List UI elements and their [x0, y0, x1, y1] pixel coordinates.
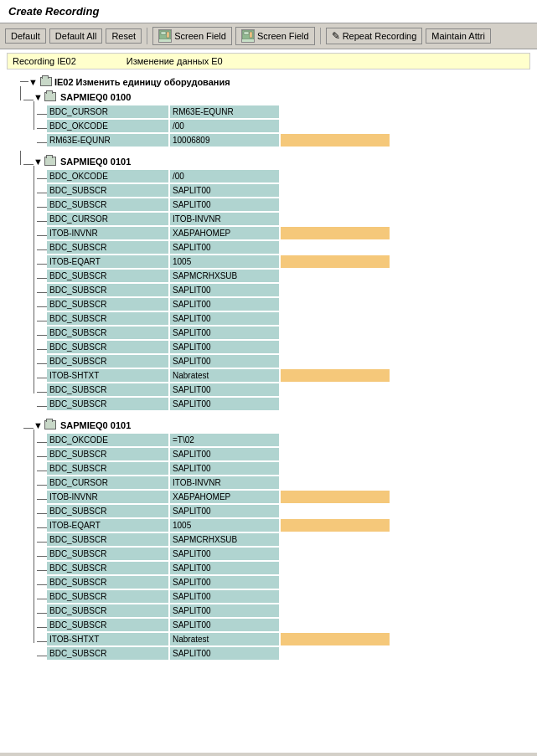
field-row: BDC_SUBSCR SAPLIT00 [34, 547, 530, 560]
field-row: BDC_SUBSCR SAPLIT00 [34, 354, 530, 368]
field-value: ITOB-INVNR [170, 476, 279, 489]
field-row: BDC_CURSOR RM63E-EQUNR [34, 105, 530, 118]
field-row: RM63E-EQUNR 10006809 [34, 133, 530, 147]
field-name: BDC_SUBSCR [47, 448, 168, 460]
field-value-orange [281, 255, 390, 268]
field-row: BDC_SUBSCR SAPLIT00 [34, 589, 530, 603]
field-value: SAPLIT00 [170, 341, 279, 353]
field-row: BDC_SUBSCR SAPLIT00 [34, 447, 530, 460]
toolbar-divider-1 [147, 28, 147, 44]
field-value: SAPLIT00 [170, 383, 279, 396]
field-name: ITOB-EQART [47, 255, 168, 268]
field-row: BDC_OKCODE /00 [34, 169, 530, 183]
svg-rect-1 [161, 32, 166, 34]
field-value: SAPLIT00 [170, 448, 279, 460]
section-3-label: SAPMIEQ0 0101 [60, 420, 131, 430]
root-expand-icon[interactable]: ▼ [28, 77, 38, 87]
field-value: ХАБРАНОМЕР [170, 227, 279, 239]
field-name: BDC_SUBSCR [47, 284, 168, 296]
field-value: RM63E-EQUNR [170, 105, 279, 118]
root-folder-icon [40, 77, 52, 86]
repeat-icon: ✎ [332, 30, 340, 42]
section-1-header: ▼ SAPMIEQ0 0100 [20, 90, 530, 104]
screen-field-button-2[interactable]: Screen Field [235, 27, 315, 45]
field-row: BDC_SUBSCR SAPLIT00 [34, 575, 530, 589]
field-row: ITOB-EQART 1005 [34, 518, 530, 532]
field-value: SAPLIT00 [170, 548, 279, 560]
field-name: ITOB-EQART [47, 519, 168, 532]
field-value: 10006809 [170, 134, 279, 147]
field-row: BDC_SUBSCR SAPLIT00 [34, 618, 530, 631]
field-name: ITOB-INVNR [47, 227, 168, 239]
screen-field-icon-1 [158, 29, 172, 43]
spacer-1 [7, 147, 530, 154]
field-name: BDC_SUBSCR [47, 270, 168, 282]
maintain-attri-button[interactable]: Maintain Attri [426, 28, 491, 44]
field-name: BDC_SUBSCR [47, 327, 168, 339]
field-row: BDC_OKCODE =T\02 [34, 433, 530, 446]
field-name: BDC_CURSOR [47, 105, 168, 118]
field-value: SAPLIT00 [170, 562, 279, 574]
field-value: /00 [170, 170, 279, 183]
repeat-recording-button[interactable]: ✎ Repeat Recording [326, 28, 423, 44]
repeat-recording-label: Repeat Recording [343, 31, 417, 41]
field-name: BDC_SUBSCR [47, 533, 168, 546]
svg-rect-5 [250, 32, 252, 38]
title-bar: Create Recording [0, 0, 537, 23]
section-3-header: ▼ SAPMIEQ0 0101 [20, 418, 530, 432]
field-row: BDC_SUBSCR SAPLIT00 [34, 397, 530, 410]
field-row: BDC_SUBSCR SAPLIT00 [34, 461, 530, 475]
toolbar: Default Default All Reset Screen Field S… [0, 23, 537, 49]
field-row: BDC_SUBSCR SAPLIT00 [34, 183, 530, 197]
field-row: ITOB-SHTXT Nabratest [34, 632, 530, 645]
section-1-label: SAPMIEQ0 0100 [60, 92, 131, 102]
field-row: BDC_CURSOR ITOB-INVNR [34, 212, 530, 225]
field-name: BDC_SUBSCR [47, 184, 168, 197]
field-value: SAPLIT00 [170, 505, 279, 517]
spacer-2 [7, 411, 530, 418]
field-value: SAPLIT00 [170, 184, 279, 197]
field-name: BDC_SUBSCR [47, 462, 168, 475]
field-value-orange [281, 491, 390, 503]
field-name: ITOB-INVNR [47, 491, 168, 503]
default-all-button[interactable]: Default All [49, 28, 103, 44]
section-1-folder [44, 92, 56, 101]
field-value: SAPLIT00 [170, 398, 279, 410]
field-value: SAPLIT00 [170, 355, 279, 368]
field-row: ITOB-SHTXT Nabratest [34, 368, 530, 382]
field-name: BDC_SUBSCR [47, 312, 168, 325]
recording-description: Изменение данных E0 [127, 56, 223, 66]
reset-button[interactable]: Reset [106, 28, 142, 44]
field-row: BDC_SUBSCR SAPLIT00 [34, 646, 530, 660]
field-value: SAPMCRHXSUB [170, 533, 279, 546]
field-value: ITOB-INVNR [170, 213, 279, 225]
section-2-fields: BDC_OKCODE /00 BDC_SUBSCR SAPLIT00 BDC_S… [34, 169, 530, 410]
field-name: BDC_OKCODE [47, 120, 168, 132]
field-name: BDC_SUBSCR [47, 619, 168, 631]
field-value: SAPLIT00 [170, 284, 279, 296]
field-value-orange [281, 134, 390, 147]
field-value: SAPLIT00 [170, 312, 279, 325]
field-name: ITOB-SHTXT [47, 369, 168, 382]
screen-field-label-2: Screen Field [257, 31, 309, 41]
tree-root-connector: ▼ [20, 77, 40, 87]
field-name: BDC_SUBSCR [47, 548, 168, 560]
field-name: BDC_CURSOR [47, 476, 168, 489]
section-1: ▼ SAPMIEQ0 0100 BDC_CURSOR RM63E-EQUNR B… [20, 90, 530, 147]
tree-root-row: ▼ IE02 Изменить единицу оборудования [7, 75, 530, 89]
field-name: BDC_SUBSCR [47, 241, 168, 254]
field-row: BDC_SUBSCR SAPMCRHXSUB [34, 269, 530, 282]
field-value: 1005 [170, 519, 279, 532]
field-value: SAPLIT00 [170, 576, 279, 589]
default-button[interactable]: Default [5, 28, 46, 44]
field-name: BDC_SUBSCR [47, 604, 168, 617]
field-name: BDC_OKCODE [47, 434, 168, 446]
field-name: BDC_SUBSCR [47, 198, 168, 211]
field-row: BDC_SUBSCR SAPLIT00 [34, 297, 530, 311]
field-value: ХАБРАНОМЕР [170, 491, 279, 503]
section-2: ▼ SAPMIEQ0 0101 BDC_OKCODE /00 BDC_SUBSC… [20, 154, 530, 410]
screen-field-button-1[interactable]: Screen Field [152, 27, 232, 45]
content-area: Recording IE02 Изменение данных E0 ▼ IE0… [0, 49, 537, 753]
field-row: BDC_SUBSCR SAPMCRHXSUB [34, 532, 530, 546]
field-row: BDC_SUBSCR SAPLIT00 [34, 561, 530, 574]
